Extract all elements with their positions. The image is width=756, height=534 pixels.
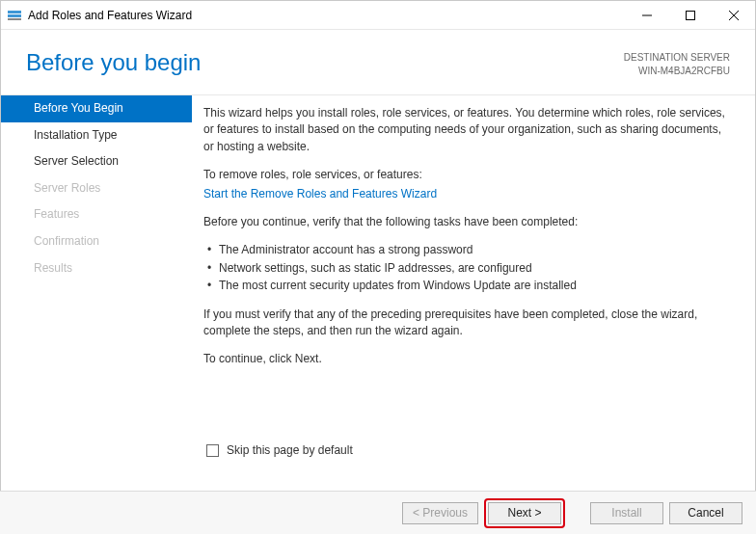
svg-rect-0 [8, 11, 21, 13]
window-controls [625, 1, 755, 29]
server-manager-icon [7, 8, 22, 23]
titlebar: Add Roles and Features Wizard [1, 1, 755, 30]
body: Before You Begin Installation Type Serve… [1, 95, 755, 458]
step-before-you-begin[interactable]: Before You Begin [1, 95, 192, 122]
skip-page-checkbox[interactable] [206, 444, 219, 457]
svg-rect-2 [8, 18, 21, 20]
remove-label: To remove roles, role services, or featu… [203, 167, 730, 183]
continue-note: To continue, click Next. [203, 351, 730, 367]
next-button-highlight: Next > [484, 498, 565, 528]
destination-label: DESTINATION SERVER [624, 51, 730, 65]
content-area: This wizard helps you install roles, rol… [192, 95, 755, 458]
page-title: Before you begin [26, 49, 201, 76]
install-button: Install [590, 502, 663, 524]
remove-wizard-link[interactable]: Start the Remove Roles and Features Wiza… [203, 187, 437, 200]
window-title: Add Roles and Features Wizard [28, 9, 192, 22]
close-button[interactable] [712, 1, 755, 29]
header: Before you begin DESTINATION SERVER WIN-… [1, 30, 755, 95]
prereq-list: The Administrator account has a strong p… [207, 242, 730, 294]
intro-text: This wizard helps you install roles, rol… [203, 105, 730, 155]
minimize-button[interactable] [625, 1, 668, 29]
prereq-item: The Administrator account has a strong p… [207, 242, 730, 258]
step-results: Results [1, 255, 192, 282]
cancel-button[interactable]: Cancel [669, 502, 742, 524]
prereq-item: The most current security updates from W… [207, 278, 730, 294]
step-server-roles: Server Roles [1, 175, 192, 202]
step-features: Features [1, 201, 192, 228]
steps-sidebar: Before You Begin Installation Type Serve… [1, 95, 192, 458]
step-installation-type[interactable]: Installation Type [1, 122, 192, 149]
svg-rect-1 [8, 14, 21, 17]
svg-rect-4 [686, 11, 694, 19]
footer: < Previous Next > Install Cancel [0, 491, 756, 534]
maximize-button[interactable] [668, 1, 712, 29]
next-button[interactable]: Next > [488, 502, 561, 524]
step-confirmation: Confirmation [1, 228, 192, 255]
verify-label: Before you continue, verify that the fol… [203, 214, 730, 230]
prereq-note: If you must verify that any of the prece… [203, 307, 730, 340]
prereq-item: Network settings, such as static IP addr… [207, 260, 730, 277]
destination-value: WIN-M4BJA2RCFBU [624, 65, 730, 78]
skip-page-row[interactable]: Skip this page by default [206, 443, 353, 457]
skip-page-label: Skip this page by default [227, 443, 353, 457]
previous-button: < Previous [402, 502, 478, 524]
destination-block: DESTINATION SERVER WIN-M4BJA2RCFBU [624, 49, 730, 77]
step-server-selection[interactable]: Server Selection [1, 148, 192, 175]
